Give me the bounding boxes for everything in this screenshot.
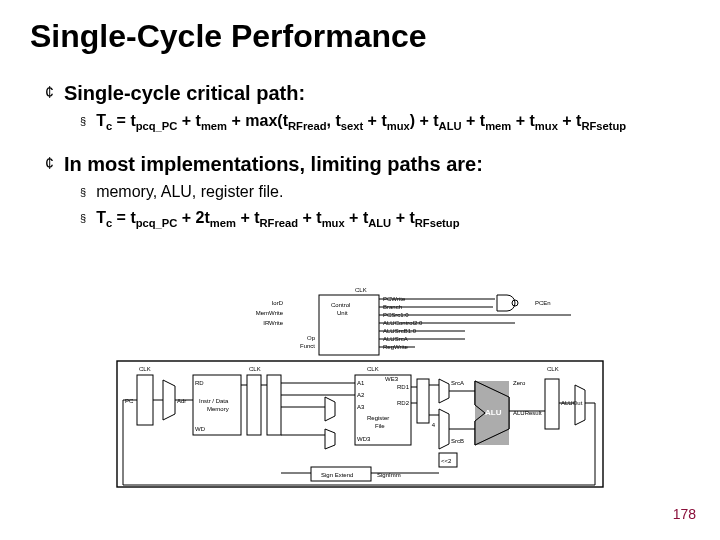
lbl-signext: Sign Extend (321, 472, 353, 478)
formula-1: Tc = tpcq_PC + tmem + max(tRFread, tsext… (96, 110, 626, 137)
f2-s3: RFread (260, 217, 299, 229)
lbl-clk-pc: CLK (139, 366, 151, 372)
bullet-mark: ¢ (45, 80, 54, 106)
lbl-unit: Unit (337, 310, 348, 316)
svg-rect-13 (267, 375, 281, 435)
f1-eq: = t (112, 112, 136, 129)
lbl-clk-ir: CLK (249, 366, 261, 372)
sub-mark: § (80, 181, 86, 203)
f2-p4: + t (298, 209, 322, 226)
f1-s6: ALU (439, 120, 462, 132)
lbl-wd: WD (195, 426, 206, 432)
f1-s3: RFread (288, 120, 327, 132)
sub-mark: § (80, 110, 86, 132)
lbl-rd2: RD2 (397, 400, 410, 406)
f1-p2: + t (177, 112, 201, 129)
svg-rect-15 (417, 379, 429, 423)
lbl-pcen: PCEn (535, 300, 551, 306)
f1-s9: RFsetup (581, 120, 626, 132)
lbl-funct: Funct (300, 343, 315, 349)
f2-p2: + 2t (177, 209, 209, 226)
lbl-control: Control (331, 302, 350, 308)
slide-body: ¢ Single-cycle critical path: § Tc = tpc… (45, 80, 685, 248)
lbl-we3: WE3 (385, 376, 399, 382)
lbl-srca: SrcA (451, 380, 464, 386)
lbl-op: Op (307, 335, 316, 341)
lbl-irwrite: IRWrite (263, 320, 283, 326)
lbl-four: 4 (432, 422, 436, 428)
bullet-2-text: In most implementations, limiting paths … (64, 151, 483, 177)
datapath-diagram: CLK Control Unit IorD MemWrite IRWrite O… (115, 285, 605, 495)
lbl-a3: A3 (357, 404, 365, 410)
lbl-a2: A2 (357, 392, 365, 398)
svg-rect-10 (137, 375, 153, 425)
lbl-srcb: SrcB (451, 438, 464, 444)
bullet-1-sub-1: § Tc = tpcq_PC + tmem + max(tRFread, tse… (80, 110, 685, 137)
f1-p5: + t (363, 112, 387, 129)
bullet-2: ¢ In most implementations, limiting path… (45, 151, 685, 177)
bullet-1-text: Single-cycle critical path: (64, 80, 305, 106)
lbl-clk-rf: CLK (367, 366, 379, 372)
f1-p9: + t (558, 112, 582, 129)
sub-2-1-text: memory, ALU, register file. (96, 181, 283, 203)
f1-p6: ) + t (410, 112, 439, 129)
lbl-iord: IorD (272, 300, 284, 306)
f2-p5: + t (345, 209, 369, 226)
f2-s1: pcq_PC (136, 217, 178, 229)
page-number: 178 (673, 506, 696, 522)
lbl-shift: <<2 (441, 458, 452, 464)
f1-lhs: T (96, 112, 106, 129)
f1-p7: + t (462, 112, 486, 129)
f1-s2: mem (201, 120, 227, 132)
lbl-rd1: RD1 (397, 384, 410, 390)
f2-s4: mux (322, 217, 345, 229)
f2-s2: mem (210, 217, 236, 229)
lbl-memwrite: MemWrite (256, 310, 284, 316)
lbl-regfile: Register (367, 415, 389, 421)
sub-mark: § (80, 207, 86, 229)
f1-s5: mux (387, 120, 410, 132)
lbl-rd: RD (195, 380, 204, 386)
f1-s7: mem (485, 120, 511, 132)
f2-s6: RFsetup (415, 217, 460, 229)
lbl-file: File (375, 423, 385, 429)
lbl-zero: Zero (513, 380, 526, 386)
f2-s5: ALU (368, 217, 391, 229)
slide-title: Single-Cycle Performance (30, 18, 427, 55)
lbl-a1: A1 (357, 380, 365, 386)
lbl-clk: CLK (355, 287, 367, 293)
f2-eq: = t (112, 209, 136, 226)
lbl-pc: PC (125, 398, 134, 404)
lbl-wd3: WD3 (357, 436, 371, 442)
f1-s1: pcq_PC (136, 120, 178, 132)
svg-rect-17 (545, 379, 559, 429)
svg-rect-12 (247, 375, 261, 435)
f1-p3: + max(t (227, 112, 288, 129)
f2-p3: + t (236, 209, 260, 226)
f2-p6: + t (391, 209, 415, 226)
lbl-alu2: ALU (485, 408, 502, 417)
f1-p8: + t (511, 112, 535, 129)
lbl-memory: Memory (207, 406, 229, 412)
bullet-2-sub-2: § Tc = tpcq_PC + 2tmem + tRFread + tmux … (80, 207, 685, 234)
lbl-instrdata: Instr / Data (199, 398, 229, 404)
f2-lhs: T (96, 209, 106, 226)
lbl-adr: Adr (177, 398, 186, 404)
formula-2: Tc = tpcq_PC + 2tmem + tRFread + tmux + … (96, 207, 459, 234)
f1-p4: , t (327, 112, 341, 129)
bullet-2-sub-1: § memory, ALU, register file. (80, 181, 685, 203)
lbl-clk-aluout: CLK (547, 366, 559, 372)
f1-s4: sext (341, 120, 363, 132)
f1-s8: mux (535, 120, 558, 132)
bullet-mark: ¢ (45, 151, 54, 177)
slide: Single-Cycle Performance ¢ Single-cycle … (0, 0, 720, 540)
bullet-1: ¢ Single-cycle critical path: (45, 80, 685, 106)
